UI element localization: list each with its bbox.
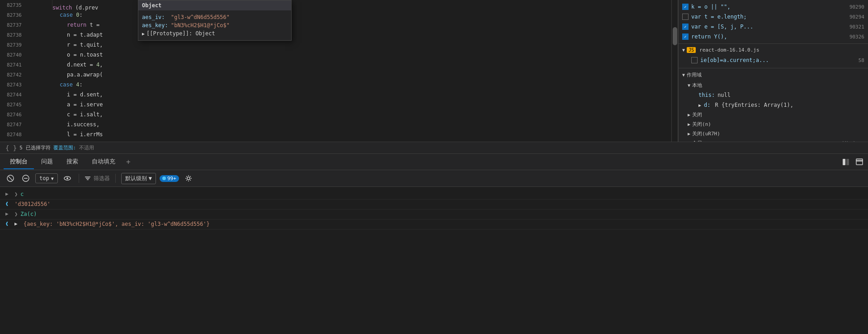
expand-d-icon: ▶ <box>698 103 701 108</box>
watch-item: var t = e.length; 90294 <box>679 12 868 22</box>
table-row: 82745 a = i.serve <box>0 100 678 110</box>
tooltip-prototype-label: [[Prototype]]: Object <box>146 30 215 37</box>
console-value-d3012: 'd3012d556' <box>14 201 863 207</box>
table-row: 82742 pa.a.awrap( <box>0 70 678 80</box>
svg-line-5 <box>9 177 12 180</box>
block-button[interactable] <box>20 172 32 184</box>
closed-scope-header-1[interactable]: ▶ 关闭 <box>688 110 868 119</box>
watch-section: k = o || "", 90290 var t = e.length; 902… <box>679 0 868 44</box>
code-content: i = d.sent, <box>34 91 103 98</box>
console-output-obj[interactable]: ❰ ▶ {aes_key: 'bN3%cH2$H1@*jCo$', aes_iv… <box>0 219 868 229</box>
watch-label-1: k = o || "", <box>691 4 844 10</box>
top-frame-dropdown[interactable]: top ▼ <box>35 173 58 183</box>
callstack-checkbox[interactable] <box>691 57 698 63</box>
tab-issues[interactable]: 问题 <box>35 155 59 169</box>
level-dropdown[interactable]: 默认级别 ▼ <box>121 173 156 184</box>
line-number: 82738 <box>0 32 27 38</box>
coverage-label: 覆盖范围: 不适用 <box>53 144 94 151</box>
expand-icon[interactable]: ▶ <box>5 191 13 197</box>
watch-item: k = o || "", 90290 <box>679 2 868 12</box>
line-number: 82740 <box>0 52 27 58</box>
console-input-line-c: ▶ ❯ c <box>0 190 868 200</box>
dock-side-icon[interactable] <box>841 157 851 167</box>
scope-label: 作用域 <box>687 72 702 78</box>
closed-scope-header-2[interactable]: ▶ 关闭(n) <box>688 119 868 129</box>
watch-checkbox-3[interactable] <box>682 24 689 30</box>
code-content: n = t.adapt <box>34 32 103 38</box>
gear-icon <box>185 175 192 182</box>
table-row: 82739 r = t.quit, <box>0 40 678 50</box>
line-number: 82744 <box>0 92 27 98</box>
console-value-obj: {aes_key: 'bN3%cH2$H1@*jCo$', aes_iv: 'g… <box>24 221 863 227</box>
code-content: r = t.quit, <box>34 42 103 48</box>
tab-console[interactable]: 控制台 <box>4 155 34 169</box>
watch-checkbox-2[interactable] <box>682 14 689 20</box>
detach-icon[interactable] <box>854 157 864 167</box>
expand-obj-icon[interactable]: ❰ <box>5 221 13 227</box>
scrollbar-thumb[interactable] <box>673 27 677 45</box>
svg-rect-0 <box>843 159 845 165</box>
callstack-header[interactable]: ▼ JS react-dom-16.14.0.js <box>679 46 868 54</box>
console-settings-button[interactable] <box>183 172 194 184</box>
tab-autofill[interactable]: 自动填充 <box>85 155 122 169</box>
console-input-line-zac: ▶ ❯ Za(c) <box>0 210 868 219</box>
local-scope-header[interactable]: ▼ 本地 <box>688 81 868 90</box>
expand-icon-2[interactable]: ▶ <box>5 211 13 217</box>
hover-tooltip: Object aes_iv: "gl3-w^dN6d55d556" aes_ke… <box>138 0 292 41</box>
format-icon[interactable]: { } <box>5 144 17 152</box>
scope-val-d: R {tryEntries: Array(1), <box>715 102 793 108</box>
error-badge[interactable]: 99+ <box>160 175 179 182</box>
watch-checkbox-1[interactable] <box>682 4 689 10</box>
tab-add-button[interactable]: + <box>123 156 134 168</box>
callstack-num: 58 <box>846 57 864 63</box>
callstack-icon: JS <box>687 47 696 53</box>
line-number: 82736 <box>0 12 27 18</box>
code-scrollbar[interactable] <box>671 0 678 142</box>
status-bar: { } 5 已选择字符 覆盖范围: 不适用 <box>0 142 868 153</box>
eye-icon <box>64 175 71 182</box>
tooltip-prototype-row[interactable]: ▶ [[Prototype]]: Object <box>142 29 288 38</box>
live-expression-button[interactable] <box>61 172 73 184</box>
line-number: 82735 <box>0 2 27 8</box>
callstack-label: ie[ob]=a.current;a... <box>700 57 844 63</box>
watch-label-3: var e = [S, j, P... <box>691 24 844 30</box>
tooltip-key: aes_key: <box>142 22 169 29</box>
callstack-section: ▼ JS react-dom-16.14.0.js ie[ob]=a.curre… <box>679 44 868 68</box>
watch-checkbox-4[interactable] <box>682 33 689 40</box>
global-scope-header[interactable]: ▶ 全局 Window <box>688 138 868 142</box>
level-arrow-icon: ▼ <box>149 175 152 181</box>
main-area: 82735 switch (d.prev 82736 case 0: 82737… <box>0 0 868 142</box>
console-expression-c: c <box>20 191 863 197</box>
tooltip-key: aes_iv: <box>142 14 169 20</box>
console-toolbar: top ▼ 筛选器 默认级别 ▼ 99+ <box>0 170 868 187</box>
tab-right-actions <box>841 157 864 167</box>
expand-obj-arrow[interactable]: ▶ <box>14 221 22 227</box>
code-panel: 82735 switch (d.prev 82736 case 0: 82737… <box>0 0 678 142</box>
tab-search[interactable]: 搜索 <box>60 155 85 169</box>
tooltip-val: "bN3%cH2$H1@*jCo$" <box>171 22 230 29</box>
scope-header[interactable]: ▼ 作用域 <box>679 70 868 80</box>
code-content: switch (d.prev <box>34 0 98 11</box>
scope-key-d: d: <box>704 102 710 108</box>
line-number: 82737 <box>0 22 27 28</box>
scope-section: ▼ 作用域 ▼ 本地 this: null ▶ d: R <box>679 68 868 142</box>
closed-scope-arrow-icon-1: ▶ <box>688 112 690 117</box>
console-output-d3012: ❰ 'd3012d556' <box>0 200 868 210</box>
scope-item[interactable]: ▶ d: R {tryEntries: Array(1), <box>695 100 868 110</box>
table-row: 82737 return t = <box>0 20 678 30</box>
scope-item: this: null <box>695 90 868 100</box>
console-prompt: ❯ <box>14 191 18 197</box>
watch-num-4: 90326 <box>846 34 864 40</box>
dock-icon-svg <box>842 158 849 166</box>
clear-console-button[interactable] <box>5 172 16 184</box>
coverage-val: 不适用 <box>79 145 94 151</box>
table-row: 82743 case 4: <box>0 80 678 90</box>
closed-scope-label-1: 关闭 <box>692 111 702 118</box>
expand-arrow-icon: ▶ <box>142 31 145 36</box>
code-lines: 82735 switch (d.prev 82736 case 0: 82737… <box>0 0 678 142</box>
output-arrow-icon: ❰ <box>5 201 13 207</box>
callstack-content: ie[ob]=a.current;a... 58 <box>679 54 868 66</box>
closed-scope-header-3[interactable]: ▶ 关闭(uR7H) <box>688 129 868 138</box>
dropdown-arrow-icon: ▼ <box>51 176 54 181</box>
block-icon <box>22 175 29 182</box>
